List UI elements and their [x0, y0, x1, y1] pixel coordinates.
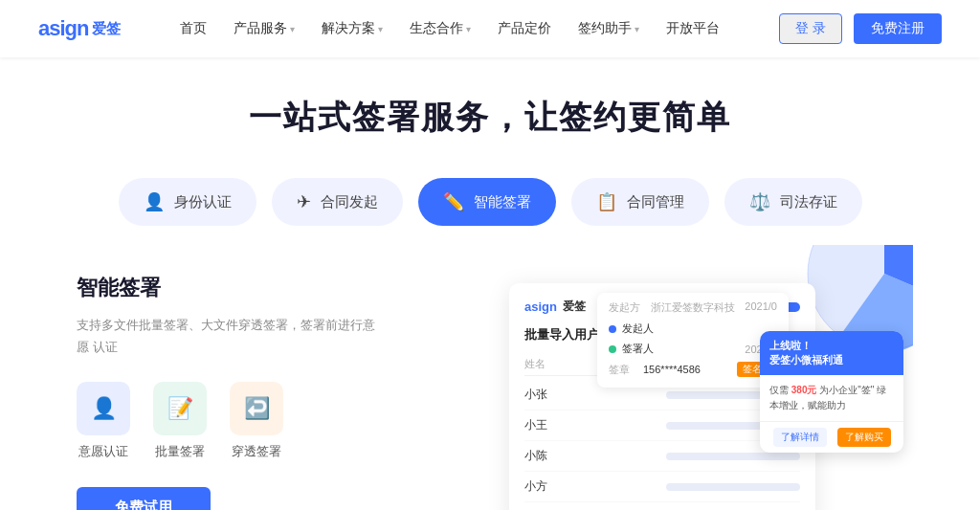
- dot-icon: [609, 325, 616, 333]
- nav-item-ecosystem[interactable]: 生态合作▾: [410, 20, 471, 37]
- promo-desc1: 仅需: [769, 385, 789, 395]
- panel-row-2: 签署人 2021/0: [609, 339, 777, 359]
- nav-item-assistant[interactable]: 签约助手▾: [578, 20, 639, 37]
- promo-banner: 上线啦！ 爱签小微福利通: [760, 331, 903, 375]
- tab-identity-label: 身份认证: [174, 193, 232, 211]
- nav-item-solutions[interactable]: 解决方案▾: [322, 20, 383, 37]
- tab-judicial[interactable]: ⚖️ 司法存证: [724, 178, 862, 226]
- nav-item-pricing[interactable]: 产品定价: [498, 20, 551, 37]
- promo-detail-button[interactable]: 了解详情: [773, 428, 827, 447]
- promo-footer: 了解详情 了解购买: [760, 421, 903, 453]
- nav-right: 登 录 免费注册: [779, 13, 942, 44]
- identity-icon: 👤: [144, 191, 165, 212]
- row-name-2: 小王: [524, 417, 572, 433]
- chevron-down-icon: ▾: [635, 24, 639, 34]
- row-bar-3: [666, 453, 800, 460]
- table-row: 小王: [524, 410, 800, 441]
- chevron-down-icon: ▾: [378, 24, 383, 34]
- penetrate-icon: ↩️: [244, 396, 270, 421]
- chevron-down-icon: ▾: [290, 24, 295, 34]
- tab-contract-manage[interactable]: 📋 合同管理: [571, 178, 709, 226]
- promo-buy-button[interactable]: 了解购买: [837, 428, 891, 447]
- sender-label: 发起方: [609, 300, 640, 315]
- batch-icon: 📝: [167, 396, 193, 421]
- logo[interactable]: asign 爱签: [38, 16, 121, 41]
- judicial-icon: ⚖️: [749, 191, 770, 212]
- row-name-3: 小陈: [524, 448, 572, 464]
- intention-icon-box[interactable]: 👤: [77, 382, 130, 435]
- tab-contract-init[interactable]: ✈ 合同发起: [272, 178, 403, 226]
- feature-tabs: 👤 身份认证 ✈ 合同发起 ✏️ 智能签署 📋 合同管理 ⚖️ 司法存证: [0, 159, 980, 245]
- tab-smart-sign-label: 智能签署: [474, 193, 531, 211]
- promo-title: 上线啦！: [769, 339, 894, 353]
- tab-smart-sign[interactable]: ✏️ 智能签署: [418, 178, 556, 226]
- signer2-label: 签署人: [622, 342, 654, 356]
- row-name-4: 小方: [524, 478, 572, 495]
- penetrate-label: 穿透签署: [232, 443, 281, 460]
- content-section: 智能签署 支持多文件批量签署、大文件穿透签署，签署前进行意愿 认证 👤 意愿认证…: [0, 245, 980, 510]
- intention-label: 意愿认证: [78, 443, 128, 460]
- promo-body: 仅需 380元 为小企业"签" 绿本增业，赋能助力: [760, 375, 903, 421]
- panel-row-3: 签章 156****4586 签名方: [609, 359, 777, 380]
- tab-identity[interactable]: 👤 身份认证: [119, 178, 256, 226]
- row-name-1: 小张: [524, 387, 572, 403]
- section-desc: 支持多文件批量签署、大文件穿透签署，签署前进行意愿 认证: [77, 314, 383, 359]
- panel-header: 发起方 浙江爱签数字科技 2021/0: [609, 300, 777, 315]
- section-title: 智能签署: [77, 274, 383, 302]
- logo-text: 爱签: [92, 20, 121, 38]
- tab-contract-init-label: 合同发起: [321, 193, 378, 211]
- feature-icons: 👤 意愿认证 📝 批量签署 ↩️ 穿透签署: [77, 382, 383, 460]
- hero-title: 一站式签署服务，让签约更简单: [19, 96, 961, 140]
- date-label: 2021/0: [745, 300, 777, 315]
- mock-logo-text: 爱签: [563, 299, 586, 315]
- hero-section: 一站式签署服务，让签约更简单: [0, 57, 980, 159]
- table-row: 小陈: [524, 441, 800, 472]
- tab-contract-manage-label: 合同管理: [627, 193, 684, 211]
- content-right: asign 爱签 批量导入用户 姓名 联系方式 小张 小王: [421, 274, 903, 510]
- promo-panel: 上线啦！ 爱签小微福利通 仅需 380元 为小企业"签" 绿本增业，赋能助力 了…: [760, 331, 903, 453]
- nav-links: 首页 产品服务▾ 解决方案▾ 生态合作▾ 产品定价 签约助手▾ 开放平台: [180, 20, 720, 37]
- dot-icon: [609, 345, 616, 353]
- contract-manage-icon: 📋: [596, 191, 617, 212]
- batch-icon-box[interactable]: 📝: [153, 382, 207, 435]
- col-name: 姓名: [524, 357, 546, 371]
- tab-judicial-label: 司法存证: [780, 193, 837, 211]
- promo-subtitle: 爱签小微福利通: [769, 353, 894, 367]
- smart-sign-icon: ✏️: [443, 191, 464, 212]
- login-button[interactable]: 登 录: [779, 13, 842, 44]
- nav-item-platform[interactable]: 开放平台: [666, 20, 720, 37]
- intention-icon: 👤: [91, 396, 117, 421]
- batch-label: 批量签署: [155, 443, 205, 460]
- phone-label: 156****4586: [643, 364, 701, 375]
- navigation: asign 爱签 首页 产品服务▾ 解决方案▾ 生态合作▾ 产品定价 签约助手▾…: [0, 0, 980, 57]
- content-left: 智能签署 支持多文件批量签署、大文件穿透签署，签署前进行意愿 认证 👤 意愿认证…: [77, 274, 383, 510]
- logo-brand: asign: [38, 16, 88, 41]
- role-label: 签章: [609, 363, 630, 377]
- register-button[interactable]: 免费注册: [854, 13, 942, 44]
- feature-batch: 📝 批量签署: [153, 382, 207, 460]
- row-bar-4: [666, 483, 800, 491]
- feature-intention: 👤 意愿认证: [77, 382, 130, 460]
- nav-item-home[interactable]: 首页: [180, 20, 207, 37]
- feature-penetrate: ↩️ 穿透签署: [230, 382, 283, 460]
- signer-label: 发起人: [622, 322, 654, 336]
- contract-init-icon: ✈: [297, 191, 311, 212]
- promo-price: 380元: [791, 385, 817, 395]
- table-row: 小方: [524, 472, 800, 502]
- free-trial-button[interactable]: 免费试用: [77, 487, 211, 510]
- mock-logo: asign: [524, 299, 557, 314]
- panel-row-1: 发起人: [609, 319, 777, 339]
- chevron-down-icon: ▾: [466, 24, 471, 34]
- nav-item-products[interactable]: 产品服务▾: [234, 20, 295, 37]
- penetrate-icon-box[interactable]: ↩️: [230, 382, 283, 435]
- company-name: 浙江爱签数字科技: [651, 300, 735, 315]
